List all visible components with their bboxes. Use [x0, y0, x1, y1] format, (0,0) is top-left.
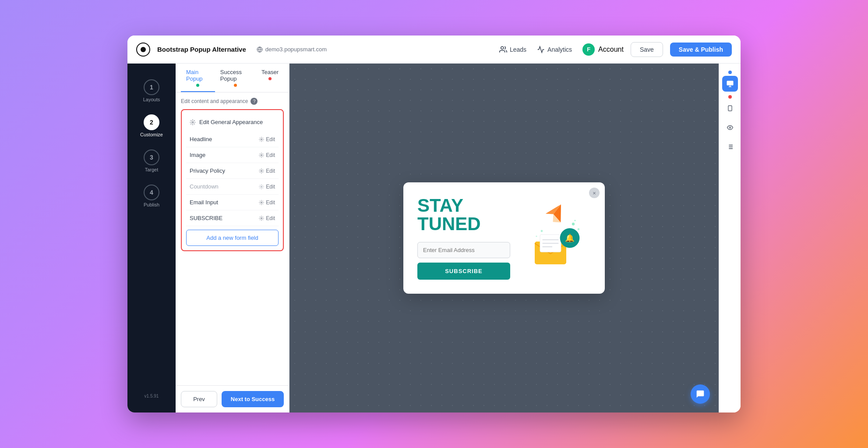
header-nav: Leads Analytics F Account	[499, 43, 624, 56]
edit-image[interactable]: Image Edit	[186, 147, 279, 163]
help-icon: ?	[251, 98, 258, 105]
edit-countdown[interactable]: Countdown Edit	[186, 179, 279, 195]
svg-point-9	[261, 217, 262, 219]
tab-main-popup[interactable]: Main Popup	[181, 64, 215, 92]
step-publish[interactable]: 4 Publish	[127, 179, 176, 213]
chat-fab[interactable]	[691, 384, 710, 404]
svg-point-5	[261, 154, 262, 156]
main-popup-dot	[196, 84, 199, 87]
svg-rect-25	[727, 81, 733, 85]
email-input-edit-link[interactable]: Edit	[259, 199, 275, 206]
countdown-edit-link[interactable]: Edit	[259, 184, 275, 190]
app-title: Bootstrap Popup Alternative	[157, 46, 246, 53]
tab-teaser[interactable]: Teaser	[256, 64, 284, 92]
popup-left-content: STAY TUNED SUBSCRIBE	[417, 196, 510, 280]
popup-preview: × STAY TUNED SUBSCRIBE	[403, 182, 605, 294]
tab-success-popup[interactable]: Success Popup	[215, 64, 256, 92]
headline-edit-link[interactable]: Edit	[259, 136, 275, 142]
section-header: Edit content and appearance ?	[181, 98, 284, 105]
success-popup-dot	[234, 84, 237, 87]
edit-panel: Main Popup Success Popup Teaser Edit con…	[176, 64, 289, 412]
step-1-label: Layouts	[143, 97, 160, 102]
popup-illustration: 🔔	[521, 199, 591, 277]
popup-subscribe-button[interactable]: SUBSCRIBE	[417, 263, 510, 280]
step-3-label: Target	[145, 167, 159, 172]
leads-nav-item[interactable]: Leads	[499, 46, 526, 53]
preview-button[interactable]	[722, 120, 738, 135]
svg-point-23	[541, 230, 543, 232]
step-2-circle: 2	[144, 114, 159, 130]
main-layout: 1 Layouts 2 Customize 3 Target 4 Publish…	[127, 64, 741, 412]
panel-footer: Prev Next to Success	[176, 385, 289, 412]
analytics-nav-item[interactable]: Analytics	[537, 46, 572, 53]
account-nav-item[interactable]: F Account	[582, 43, 624, 56]
svg-point-2	[501, 46, 504, 49]
account-label: Account	[598, 46, 624, 53]
step-1-circle: 1	[144, 79, 159, 95]
svg-point-22	[574, 220, 575, 221]
canvas-area: × STAY TUNED SUBSCRIBE	[289, 64, 719, 412]
edit-subscribe[interactable]: SUBSCRIBE Edit	[186, 210, 279, 226]
step-2-label: Customize	[140, 132, 163, 137]
edit-email-input[interactable]: Email Input Edit	[186, 195, 279, 210]
svg-point-21	[578, 228, 580, 231]
svg-point-3	[192, 121, 194, 123]
add-form-field-button[interactable]: Add a new form field	[186, 230, 279, 246]
subscribe-edit-link[interactable]: Edit	[259, 215, 275, 221]
teaser-dot	[268, 77, 272, 80]
desktop-view-button[interactable]	[722, 76, 738, 92]
image-edit-link[interactable]: Edit	[259, 152, 275, 158]
edit-section: Edit General Appearance Headline Edit Im…	[181, 109, 284, 251]
right-toolbar	[719, 64, 741, 412]
step-3-circle: 3	[144, 149, 159, 165]
avatar: F	[582, 43, 595, 56]
step-4-circle: 4	[144, 185, 159, 200]
save-button[interactable]: Save	[631, 42, 663, 57]
prev-button[interactable]: Prev	[181, 391, 217, 407]
step-layouts[interactable]: 1 Layouts	[127, 74, 176, 107]
general-appearance-button[interactable]: Edit General Appearance	[186, 114, 279, 130]
popup-title: STAY TUNED	[417, 196, 510, 233]
logo	[136, 43, 150, 57]
svg-point-4	[261, 139, 262, 140]
step-customize[interactable]: 2 Customize	[127, 109, 176, 142]
desktop-active-dot	[728, 71, 732, 74]
panel-tabs: Main Popup Success Popup Teaser	[176, 64, 289, 92]
mobile-dot	[728, 95, 732, 99]
save-publish-button[interactable]: Save & Publish	[670, 43, 732, 57]
url-display: demo3.popupsmart.com	[257, 46, 327, 53]
device-mobile-group	[722, 95, 738, 116]
svg-point-20	[572, 223, 575, 225]
popup-email-input[interactable]	[417, 242, 510, 258]
privacy-policy-edit-link[interactable]: Edit	[259, 168, 275, 174]
steps-sidebar: 1 Layouts 2 Customize 3 Target 4 Publish…	[127, 64, 176, 412]
step-4-label: Publish	[144, 202, 159, 207]
svg-point-7	[261, 186, 262, 187]
svg-point-24	[536, 235, 537, 237]
leads-label: Leads	[510, 46, 526, 53]
next-button[interactable]: Next to Success	[222, 391, 284, 407]
device-desktop-group	[722, 71, 738, 92]
debug-button[interactable]	[722, 139, 738, 155]
step-target[interactable]: 3 Target	[127, 144, 176, 178]
svg-point-8	[261, 202, 262, 203]
svg-point-6	[261, 170, 262, 171]
header: Bootstrap Popup Alternative demo3.popups…	[127, 36, 741, 64]
popup-close-button[interactable]: ×	[589, 188, 600, 198]
svg-text:🔔: 🔔	[565, 233, 575, 243]
version-label: v1.5.91	[145, 394, 159, 402]
mobile-view-button[interactable]	[722, 100, 738, 116]
edit-privacy-policy[interactable]: Privacy Policy Edit	[186, 163, 279, 179]
analytics-label: Analytics	[547, 46, 572, 53]
svg-point-30	[729, 127, 731, 128]
edit-headline[interactable]: Headline Edit	[186, 132, 279, 147]
panel-content: Edit content and appearance ? Edit Gener…	[176, 92, 289, 385]
app-window: Bootstrap Popup Alternative demo3.popups…	[127, 36, 741, 412]
